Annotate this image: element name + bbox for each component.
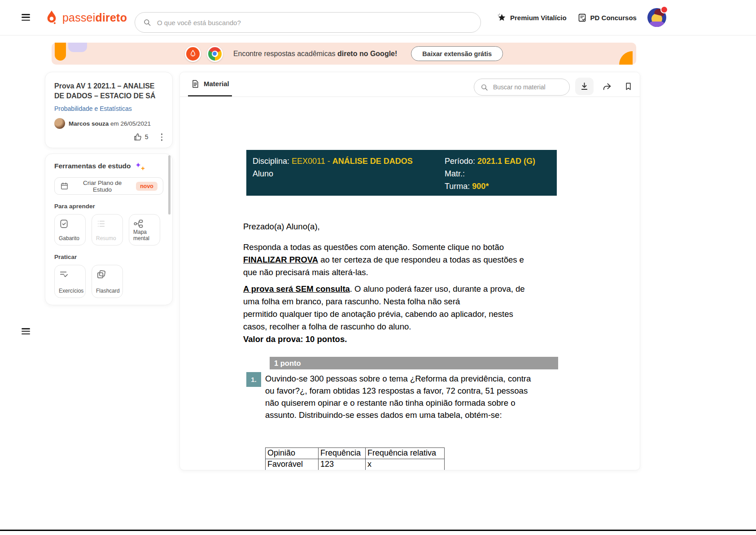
global-search-input[interactable] [156,18,472,27]
bookmark-button[interactable] [619,78,638,95]
table-row: Favorável 123 x [266,459,445,470]
upload-date: em 26/05/2021 [109,120,151,127]
tab-material[interactable]: Material [188,72,232,96]
material-toolbar: Material [180,72,640,97]
study-tools-card: Ferramentas de estudo + Criar Plano de E… [45,153,173,305]
flashcard-icon [96,269,120,280]
exam-header-box: Disciplina: EEX0011 - ANÁLISE DE DADOS A… [246,150,557,196]
sidebar-scrollbar[interactable] [168,155,170,215]
extension-banner: Encontre respostas acadêmicas direto no … [52,43,636,65]
practice-section-label: Praticar [54,254,163,260]
tool-mapa-mental[interactable]: Mapa mental [129,214,160,246]
pd-concursos-link[interactable]: PD Concursos [577,13,637,22]
document-icon [191,79,200,88]
tool-exercicios[interactable]: Exercícios [54,265,86,298]
mapa-mental-icon [133,219,157,229]
drop-logo-icon [45,10,58,25]
user-avatar[interactable] [647,8,666,27]
sparkle-icon: + [134,162,143,171]
search-icon [143,18,151,26]
page: passeidireto Premium Vitalício PD Concur… [0,0,756,535]
question-points-bar: 1 ponto [270,357,558,369]
download-button[interactable] [575,78,594,95]
chrome-icon [207,46,223,62]
material-search-input[interactable] [492,83,575,91]
topbar-right: Premium Vitalício PD Concursos [497,0,666,35]
document-info-card: Prova AV 1 2021.1 – ANALISE DE DADOS – E… [45,72,173,148]
logo-text: passeidireto [62,11,127,24]
menu-icon[interactable] [22,14,30,21]
author-row: Marcos souza em 26/05/2021 [54,118,163,129]
premium-link[interactable]: Premium Vitalício [497,13,567,22]
checklist-icon [577,13,587,22]
document-title: Prova AV 1 2021.1 – ANALISE DE DADOS – E… [54,81,163,101]
notification-dot [661,7,667,13]
create-study-plan-button[interactable]: Criar Plano de Estudo novo [54,177,163,195]
share-button[interactable] [598,78,616,95]
question-number: 1. [246,372,261,387]
top-navigation-bar: passeidireto Premium Vitalício PD Concur… [0,0,756,35]
passeidireto-icon [185,46,201,62]
global-search[interactable] [135,12,481,33]
gabarito-icon [59,219,83,229]
subject-link[interactable]: Probabilidade e Estatísticas [54,105,163,112]
frequency-table: Opinião Frequência Frequência relativa F… [265,447,445,470]
thumbs-up-icon[interactable] [133,132,142,141]
download-extension-button[interactable]: Baixar extensão grátis [411,46,503,61]
download-icon [580,82,589,91]
resumo-icon [96,219,120,229]
banner-text: Encontre respostas acadêmicas direto no … [233,50,397,58]
tool-resumo[interactable]: Resumo [92,214,123,246]
collapse-menu-icon[interactable] [22,328,30,334]
exam-total-points: Valor da prova: 10 pontos. [243,333,347,346]
premium-label: Premium Vitalício [510,14,567,22]
novo-badge: novo [136,182,157,191]
likes-count: 5 [145,133,149,140]
passeidireto-logo[interactable]: passeidireto [45,10,127,25]
study-tools-title: Ferramentas de estudo + [54,162,163,171]
exam-header-right: Período: 2021.1 EAD (G) Matr.: Turma: 90… [445,155,535,193]
share-icon [602,82,612,92]
tool-gabarito[interactable]: Gabarito [54,214,86,246]
exam-paragraph-2: A prova será SEM consulta. O aluno poder… [243,283,525,333]
material-viewer: Material [179,72,640,470]
author-name[interactable]: Marcos souza [69,120,109,127]
question-text: Ouvindo-se 300 pessoas sobre o tema ¿Ref… [265,373,562,421]
kebab-menu-icon[interactable] [160,132,164,142]
exercicios-icon [59,269,83,280]
tool-flashcard[interactable]: Flashcard [92,265,123,298]
author-avatar[interactable] [54,118,65,129]
calendar-icon [60,182,69,190]
bookmark-icon [624,82,633,91]
page-bottom-divider [0,530,756,531]
table-header-row: Opinião Frequência Frequência relativa [266,448,445,459]
material-search[interactable] [474,79,570,96]
star-icon [497,13,507,22]
search-icon [481,83,488,91]
exam-paragraph-1: Responda a todas as questões com atenção… [243,241,524,279]
exam-greeting: Prezado(a) Aluno(a), [243,220,320,233]
learn-section-label: Para aprender [54,203,163,210]
pd-concursos-label: PD Concursos [590,14,637,22]
